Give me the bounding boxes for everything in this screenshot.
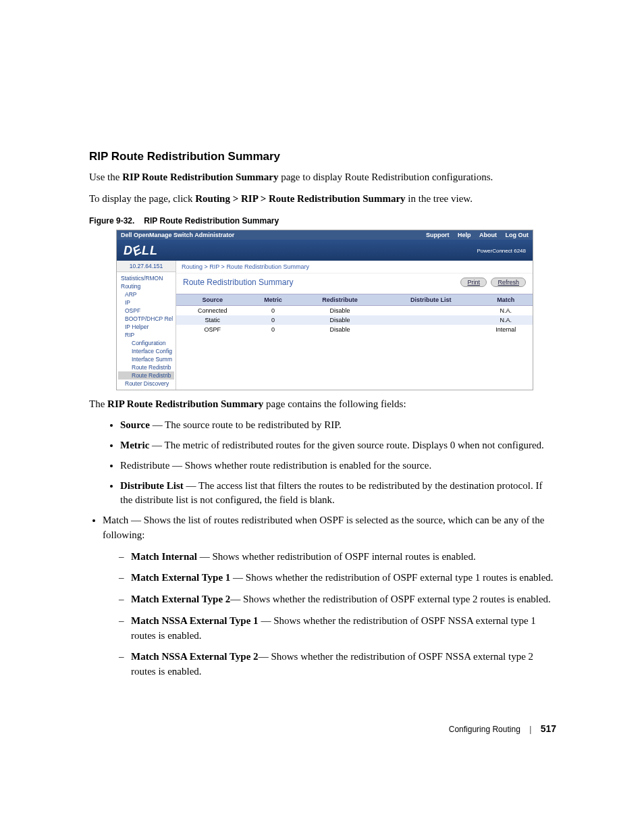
list-item: Match — Shows the list of routes redistr… — [103, 513, 556, 679]
cell: 0 — [249, 315, 298, 325]
tree-item[interactable]: IP — [118, 298, 174, 307]
app-title: Dell OpenManage Switch Administrator — [121, 232, 234, 238]
cell: Disable — [298, 325, 383, 334]
list-item: Distribute List — The access list that f… — [120, 479, 556, 509]
tree-item[interactable]: Routing — [118, 282, 174, 290]
table-row: OSPF 0 Disable Internal — [176, 325, 533, 334]
nav-about-link[interactable]: About — [479, 232, 497, 238]
field-list: Source — The source route to be redistri… — [89, 418, 556, 679]
figure-title: RIP Route Redistribution Summary — [144, 216, 279, 226]
field-name: Match External Type 1 — [131, 572, 230, 583]
footer-section: Configuring Routing — [449, 725, 520, 734]
list-item: Match External Type 2— Shows whether the… — [119, 592, 556, 607]
cell: 0 — [249, 325, 298, 334]
text-bold: RIP Route Redistribution Summary — [122, 172, 278, 182]
breadcrumb: Routing > RIP > Route Redistribution Sum… — [176, 261, 533, 273]
app-topbar: Dell OpenManage Switch Administrator Sup… — [117, 230, 533, 240]
field-desc: — The metric of redistributed routes for… — [149, 440, 544, 450]
page-footer: Configuring Routing | 517 — [449, 723, 556, 734]
cell: N.A. — [479, 305, 533, 315]
figure-label: Figure 9-32. — [89, 216, 134, 226]
product-label: PowerConnect 6248 — [477, 248, 527, 254]
field-name: Metric — [120, 440, 149, 450]
col-distribute-list: Distribute List — [383, 294, 479, 305]
nav-tree[interactable]: Statistics/RMON Routing ARP IP OSPF BOOT… — [117, 272, 176, 390]
field-name: Match External Type 2 — [131, 594, 230, 604]
cell — [383, 315, 479, 325]
field-desc: — The source route to be redistributed b… — [150, 419, 342, 430]
text: in the tree view. — [406, 193, 473, 204]
col-source: Source — [176, 294, 249, 305]
match-sublist: Match Internal — Shows whether redistrib… — [103, 550, 556, 679]
summary-table: Source Metric Redistribute Distribute Li… — [176, 294, 533, 334]
cell: Disable — [298, 305, 383, 315]
cell: Internal — [479, 325, 533, 334]
cell — [383, 325, 479, 334]
tree-item[interactable]: Configuration — [118, 339, 174, 347]
cell: Connected — [176, 305, 249, 315]
tree-item[interactable]: Router Discovery — [118, 380, 174, 388]
section-heading: RIP Route Redistribution Summary — [89, 150, 556, 163]
field-name: Match Internal — [131, 551, 197, 562]
tree-item[interactable]: Interface Summ — [118, 355, 174, 363]
list-item: Metric — The metric of redistributed rou… — [120, 438, 556, 453]
table-row: Static 0 Disable N.A. — [176, 315, 533, 325]
sidebar: 10.27.64.151 Statistics/RMON Routing ARP… — [117, 261, 176, 390]
intro-paragraph-2: To display the page, click Routing > RIP… — [89, 192, 556, 207]
table-row: Connected 0 Disable N.A. — [176, 305, 533, 315]
field-desc: — Shows whether the redistribution of OS… — [230, 572, 553, 583]
intro-paragraph-1: Use the RIP Route Redistribution Summary… — [89, 170, 556, 185]
nav-support-link[interactable]: Support — [426, 232, 450, 238]
tree-item[interactable]: IP Helper — [118, 323, 174, 331]
cell: N.A. — [479, 315, 533, 325]
col-redistribute: Redistribute — [298, 294, 383, 305]
cell: Disable — [298, 315, 383, 325]
main-panel: Routing > RIP > Route Redistribution Sum… — [176, 261, 533, 390]
tree-item[interactable]: OSPF — [118, 307, 174, 315]
field-name: Match NSSA External Type 2 — [131, 651, 259, 662]
nav-logout-link[interactable]: Log Out — [506, 232, 529, 238]
page-number: 517 — [541, 723, 556, 734]
field-desc: Redistribute — Shows whether route redis… — [120, 460, 431, 471]
cell: 0 — [249, 305, 298, 315]
text: The — [89, 398, 107, 409]
text-bold: RIP Route Redistribution Summary — [107, 398, 263, 409]
cell — [383, 305, 479, 315]
device-ip: 10.27.64.151 — [117, 261, 176, 272]
list-item: Redistribute — Shows whether route redis… — [120, 459, 556, 473]
fields-intro: The RIP Route Redistribution Summary pag… — [89, 397, 556, 412]
divider-icon: | — [529, 725, 531, 734]
field-desc: — Shows whether the redistribution of OS… — [230, 594, 551, 604]
tree-item[interactable]: Statistics/RMON — [118, 274, 174, 282]
refresh-button[interactable]: Refresh — [491, 278, 526, 287]
nav-help-link[interactable]: Help — [458, 232, 471, 238]
cell: OSPF — [176, 325, 249, 334]
panel-title: Route Redistribution Summary — [183, 278, 293, 287]
screenshot-panel: Dell OpenManage Switch Administrator Sup… — [116, 230, 533, 390]
nav-path: Routing > RIP > Route Redistribution Sum… — [195, 193, 405, 204]
col-metric: Metric — [249, 294, 298, 305]
field-name: Match NSSA External Type 1 — [131, 615, 259, 626]
logo-bar: DELL PowerConnect 6248 — [117, 240, 533, 261]
tree-item[interactable]: Route Redistrib — [118, 363, 174, 371]
list-item: Source — The source route to be redistri… — [120, 418, 556, 433]
print-button[interactable]: Print — [460, 278, 487, 287]
field-desc: Match — Shows the list of routes redistr… — [103, 515, 544, 540]
col-match: Match — [479, 294, 533, 305]
field-desc: — The access list that filters the route… — [120, 480, 542, 506]
tree-item-selected[interactable]: Route Redistrib — [118, 371, 174, 380]
list-item: Match External Type 1 — Shows whether th… — [119, 571, 556, 585]
tree-item[interactable]: ARP — [118, 290, 174, 298]
text: page to display Route Redistribution con… — [278, 172, 493, 182]
field-name: Source — [120, 419, 150, 430]
tree-item[interactable]: BOOTP/DHCP Rel — [118, 315, 174, 323]
text: Use the — [89, 172, 122, 182]
list-item: Match NSSA External Type 1 — Shows wheth… — [119, 614, 556, 644]
figure-caption: Figure 9-32.RIP Route Redistribution Sum… — [89, 216, 556, 226]
tree-item[interactable]: Interface Config — [118, 347, 174, 355]
cell: Static — [176, 315, 249, 325]
field-desc: — Shows whether redistribution of OSPF i… — [197, 551, 476, 562]
text: page contains the following fields: — [263, 398, 406, 409]
tree-item[interactable]: RIP — [118, 331, 174, 339]
text: To display the page, click — [89, 193, 195, 204]
